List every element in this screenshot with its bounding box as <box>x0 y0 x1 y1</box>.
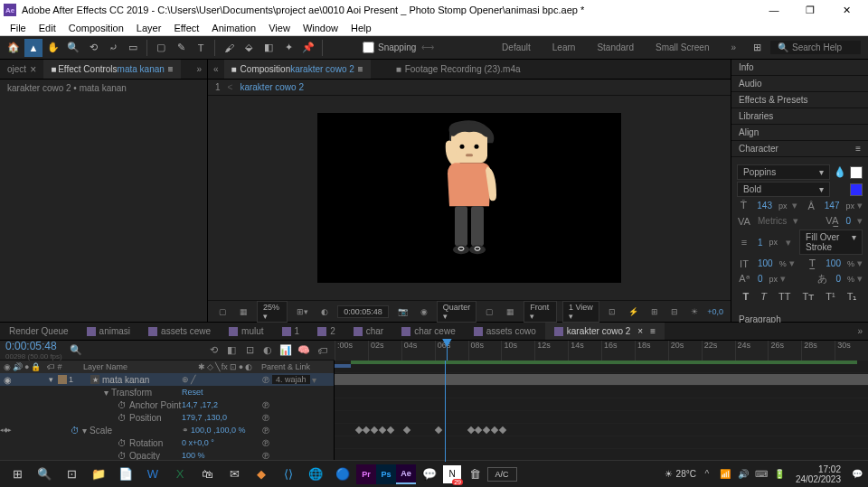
leading-input[interactable]: 147 <box>821 199 844 212</box>
toolbar-grid-icon[interactable]: ⊞ <box>748 39 766 57</box>
baseline-input[interactable]: 0 <box>754 272 767 286</box>
notion-icon[interactable]: N29 <box>443 465 461 483</box>
anchor-point-row[interactable]: ⏱Anchor Point 14,7 ,17,2 ℗ <box>0 398 334 411</box>
stroke-width-input[interactable]: 1 <box>754 236 767 249</box>
mail-icon[interactable]: ✉ <box>221 461 248 488</box>
info-panel-header[interactable]: Info <box>731 60 868 76</box>
chrome-icon[interactable]: 🔵 <box>329 461 356 488</box>
word-icon[interactable]: W <box>139 461 166 488</box>
tab-assets-cewe[interactable]: assets cewe <box>139 323 220 340</box>
photoshop-icon[interactable]: Ps <box>376 464 396 484</box>
volume-icon[interactable]: 🔊 <box>736 467 750 482</box>
flowchart-icon[interactable]: ⊟ <box>667 307 682 316</box>
font-size-input[interactable]: 143 <box>753 199 776 212</box>
all-caps[interactable]: TT <box>778 291 790 303</box>
home-tool[interactable]: 🏠 <box>5 39 23 57</box>
transparency-grid-icon[interactable]: ▦ <box>503 307 518 316</box>
premiere-icon[interactable]: Pr <box>356 464 376 484</box>
time-display[interactable]: 0:00:05:48 <box>337 305 389 318</box>
pen-tool[interactable]: ✎ <box>172 39 190 57</box>
composition-tab[interactable]: ■ Composition karakter cowo 2 ≡ <box>224 60 371 79</box>
minimize-button[interactable]: — <box>756 0 792 20</box>
vscode-icon[interactable]: ⟨⟩ <box>275 461 302 488</box>
tray-up-icon[interactable]: ^ <box>700 467 714 482</box>
clock[interactable]: 17:02 24/02/2023 <box>790 464 846 484</box>
motion-blur-icon[interactable]: ◐ <box>260 343 275 358</box>
menu-help[interactable]: Help <box>344 23 378 33</box>
eyedropper-icon[interactable]: 💧 <box>833 166 847 179</box>
views-dropdown[interactable]: 1 View ▾ <box>562 301 599 323</box>
subscript[interactable]: T₁ <box>847 291 857 303</box>
snapshot-icon[interactable]: 📷 <box>394 307 411 316</box>
superscript[interactable]: T¹ <box>826 291 835 303</box>
kerning-dropdown[interactable]: Metrics <box>754 214 790 228</box>
battery-icon[interactable]: 🔋 <box>772 467 787 482</box>
text-tool[interactable]: T <box>192 39 210 57</box>
faux-bold[interactable]: T <box>743 291 750 303</box>
orbit-tool[interactable]: ⟲ <box>84 39 102 57</box>
audio-panel-header[interactable]: Audio <box>731 76 868 92</box>
font-weight-dropdown[interactable]: Bold▾ <box>737 182 830 197</box>
wifi-icon[interactable]: 📶 <box>718 467 732 482</box>
zoom-dropdown[interactable]: 25% ▾ <box>257 301 288 323</box>
clone-tool[interactable]: ⬙ <box>240 39 258 57</box>
tab-2[interactable]: 2 <box>308 323 344 340</box>
menu-edit[interactable]: Edit <box>33 23 62 33</box>
scale-keyframes-track[interactable] <box>335 424 868 436</box>
menu-composition[interactable]: Composition <box>62 23 130 33</box>
frame-blend-icon[interactable]: ⊡ <box>242 343 257 358</box>
channel-icon[interactable]: ◉ <box>417 307 431 316</box>
font-family-dropdown[interactable]: Poppins▾ <box>737 164 830 180</box>
tsume-input[interactable]: 0 <box>832 272 844 286</box>
menu-view[interactable]: View <box>262 23 297 33</box>
menu-layer[interactable]: Layer <box>130 23 168 33</box>
project-tab[interactable]: oject× <box>0 60 43 79</box>
layers-icon[interactable]: ▦ <box>236 307 251 316</box>
tab-assets-cowo[interactable]: assets cowo <box>465 323 545 340</box>
store-icon[interactable]: 🛍 <box>193 461 221 488</box>
layer-row-1[interactable]: ◉ ▾1 ★mata kanan ⊕╱ ℗4. wajah▾ <box>0 373 334 386</box>
res-full-icon[interactable]: ⊞▾ <box>293 307 312 316</box>
composite-icon[interactable]: ◧ <box>224 343 239 358</box>
character-header[interactable]: Character≡ <box>731 141 868 157</box>
crumb-comp[interactable]: karakter cowo 2 <box>240 82 304 92</box>
timeline-tracks[interactable] <box>335 361 868 462</box>
position-row[interactable]: ⏱Position 179,7 ,130,0 ℗ <box>0 411 334 424</box>
ac-indicator[interactable]: A/C <box>488 461 515 488</box>
reset-exposure-icon[interactable]: ☀ <box>687 307 702 316</box>
tab-render-queue[interactable]: Render Queue <box>0 323 78 340</box>
tab-animasi[interactable]: animasi <box>78 323 139 340</box>
tag-icon[interactable]: 🏷 <box>315 343 329 358</box>
workspace-default[interactable]: Default <box>491 39 542 56</box>
current-time[interactable]: 0:00:05:48 <box>5 340 57 352</box>
graph-editor-icon[interactable]: 📊 <box>278 343 293 358</box>
camera-tool[interactable]: ▭ <box>124 39 142 57</box>
timeline-search-icon[interactable]: 🔍 <box>70 344 82 356</box>
tab-mulut[interactable]: mulut <box>220 323 272 340</box>
selection-tool[interactable]: ▲ <box>24 39 42 57</box>
brush-tool[interactable]: 🖌 <box>220 39 238 57</box>
menu-file[interactable]: File <box>4 23 33 33</box>
close-icon[interactable]: × <box>30 63 36 76</box>
mask-icon[interactable]: ◐ <box>317 307 332 316</box>
hscale-input[interactable]: 100 <box>754 257 777 270</box>
close-button[interactable]: ✕ <box>828 0 864 20</box>
excel-icon[interactable]: X <box>166 461 193 488</box>
composition-viewer[interactable] <box>208 96 731 300</box>
workspace-learn[interactable]: Learn <box>542 39 587 56</box>
workspace-more[interactable]: » <box>720 39 747 56</box>
transform-row[interactable]: ▾Transform Reset <box>0 386 334 398</box>
brain-icon[interactable]: 🧠 <box>297 343 311 358</box>
trash-icon[interactable]: 🗑 <box>461 461 488 488</box>
rotate-tool[interactable]: ⤾ <box>104 39 122 57</box>
roi-icon[interactable]: ▢ <box>482 307 497 316</box>
exposure-value[interactable]: +0,0 <box>707 307 723 316</box>
workspace-small[interactable]: Small Screen <box>645 39 720 56</box>
libreoffice-icon[interactable]: 📄 <box>112 461 139 488</box>
menu-animation[interactable]: Animation <box>205 23 262 33</box>
start-button[interactable]: ⊞ <box>4 461 31 488</box>
timeline-icon[interactable]: ⊞ <box>647 307 662 316</box>
menu-window[interactable]: Window <box>297 23 344 33</box>
weather-widget[interactable]: ☀ 28°C <box>665 469 696 479</box>
snapping-control[interactable]: Snapping ⟷ <box>363 42 434 53</box>
